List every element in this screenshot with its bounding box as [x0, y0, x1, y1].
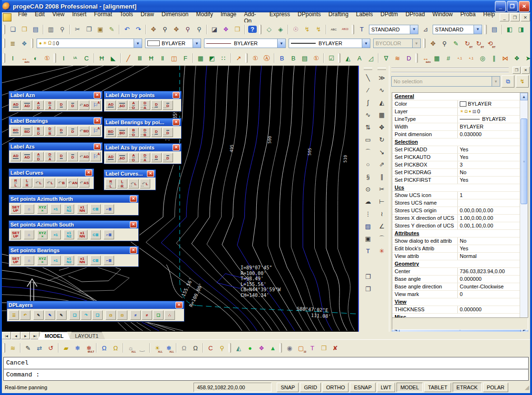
floating-toolbar-set-points-bearings[interactable]: Set points Bearings✕SETUP⌂XYZ××1x1N2x1NN…	[9, 246, 139, 267]
set-points-bearings-spb-number-button[interactable]: ×1	[50, 256, 61, 265]
beam-text-icon[interactable]: IA	[69, 52, 81, 64]
toolbar-grip[interactable]	[3, 343, 5, 353]
dplayers-dplayers-freeze1-button[interactable]: ❏	[69, 310, 80, 320]
toolbar-grip[interactable]	[229, 343, 231, 353]
set-points-azimuth-north-spn-setup-button[interactable]: SETUP	[10, 204, 21, 214]
property-value[interactable]: 1	[458, 192, 528, 199]
label-curves-crv-lr-button[interactable]: LR	[22, 178, 32, 188]
label-azs-azs-above-button[interactable]: AD	[10, 152, 21, 161]
dplayers-close-icon[interactable]: ✕	[175, 302, 183, 308]
label-bearings-by-points-brgp-below-button[interactable]: BDˣ ˣ	[117, 128, 127, 137]
toggle-lwt[interactable]: LWT	[377, 383, 395, 392]
block-b-page-icon[interactable]: B	[288, 52, 299, 64]
set-points-azimuth-north-spn-list-c-button[interactable]: C≣	[90, 204, 101, 214]
set-points-azimuth-south-titlebar[interactable]: Set points Azimuth South✕	[9, 221, 138, 228]
property-row-set-pickauto[interactable]: Set PICKAUTOYes	[392, 154, 528, 161]
floating-toolbar-label-azs-by-points[interactable]: Label Azs by points✕ADˣ ˣADˣ ˣADˣ ˣDAˣ ˣ…	[104, 143, 182, 164]
zoom-rt-icon[interactable]: ⚲	[439, 38, 450, 49]
label-azn-by-points-aznp-below-button[interactable]: ADˣ ˣ	[117, 100, 127, 110]
mdi-minimize-button[interactable]: _	[500, 13, 509, 21]
property-row-linetype[interactable]: LineTypeBYLAYER	[392, 116, 528, 123]
label-azn-azn-frac-rev-button[interactable]: DA	[45, 100, 55, 110]
tab-last-icon[interactable]: ▶|	[30, 332, 39, 339]
auto-dim-icon[interactable]: ↔auto	[420, 52, 431, 64]
text-icon[interactable]: T	[362, 245, 374, 257]
dplayers-dplayers-stack-button[interactable]: ☰	[9, 310, 19, 320]
help-icon[interactable]: ?	[247, 24, 258, 35]
section-hi-icon[interactable]: Ⅱ	[157, 52, 168, 64]
label-bearings-by-points-titlebar[interactable]: Label Bearings by poi...✕	[104, 118, 181, 126]
property-row-show-ucs-icon[interactable]: Show UCS icon1	[392, 192, 528, 199]
label-curves-short-crvp-l2-button[interactable]: ↶Lˣ ˣ	[140, 179, 150, 188]
property-value[interactable]: BYLAYER	[458, 123, 528, 130]
toolbar-grip[interactable]	[423, 39, 426, 48]
slope-line-icon[interactable]: ╱	[123, 52, 134, 64]
floating-toolbar-label-curves-short[interactable]: Label Curves...✕RLˣ ˣLRˣ ˣ↶Lˣ ˣ↶Lˣ ˣ	[104, 169, 156, 190]
label-azn-by-points-aznp-dist-below-button[interactable]: Dˣ ˣ	[163, 100, 173, 110]
floating-toolbar-label-curves[interactable]: Label Curves✕RLLR↶L↶L↶B↶AN↶AS	[9, 168, 94, 189]
label-azn-titlebar[interactable]: Label Azn✕	[9, 91, 102, 99]
command-input[interactable]: Command :	[4, 369, 528, 381]
grid-icon[interactable]: #	[443, 52, 454, 64]
chamfer-icon[interactable]: ∠	[376, 220, 388, 232]
label-azs-by-points-azsp-below-button[interactable]: ADˣ ˣ	[117, 153, 127, 162]
set-points-azimuth-south-sps-list-p-button[interactable]: ⌐≣	[104, 230, 114, 239]
rectangle-icon[interactable]: ▭	[362, 133, 374, 146]
floating-toolbar-label-bearings-by-points[interactable]: Label Bearings by poi...✕BDˣ ˣBDˣ ˣBDˣ ˣ…	[104, 118, 182, 139]
set-points-azimuth-south-sps-number-button[interactable]: ×1	[50, 230, 61, 239]
unlock-all-icon[interactable]: Ω	[178, 342, 190, 354]
tab-model[interactable]: MODEL	[38, 332, 70, 339]
dash-box-icon[interactable]: ◫	[168, 52, 180, 64]
zigzag-icon[interactable]: ≋	[392, 52, 403, 64]
set-points-azimuth-north-spn-xyz-button[interactable]: XYZ×	[37, 204, 48, 214]
dplayers-dplayers-unlock-button[interactable]: Ω	[117, 310, 127, 320]
layer-freeze-mult-icon[interactable]: ❄MULT	[83, 342, 95, 354]
explode-icon[interactable]: ✳	[376, 245, 388, 257]
label-azn-azn-dist-above-button[interactable]: D	[56, 100, 67, 110]
draw-order-icon[interactable]: ◪	[209, 24, 220, 35]
label-azs-close-icon[interactable]: ✕	[94, 143, 101, 150]
set-points-azimuth-north-spn-pts-elev-button[interactable]: x1N2	[64, 204, 74, 214]
table-icon[interactable]: ▦	[431, 52, 443, 64]
ellipse-icon[interactable]: ⊙	[362, 183, 374, 195]
zoom-previous-icon[interactable]: ⚲	[193, 24, 205, 35]
lineweight-combo[interactable]: BYLAYER ▼	[289, 39, 370, 48]
layer-restore-icon[interactable]: ↺	[45, 342, 57, 354]
section-hh-icon[interactable]: Ħ	[145, 52, 157, 64]
zoom-window-icon[interactable]: ⚲	[182, 24, 193, 35]
erase-icon[interactable]: ≫	[376, 71, 388, 84]
property-value[interactable]: Yes	[458, 154, 528, 161]
label-bearings-by-points-brgp-dist-above-button[interactable]: Dˣ ˣ	[151, 128, 162, 137]
set-points-bearings-spb-pts-elev-button[interactable]: x1N2	[64, 256, 74, 265]
set-points-azimuth-south-sps-setup-button[interactable]: SETUP	[10, 230, 21, 239]
set-points-bearings-spb-setup-button[interactable]: SETUP	[10, 256, 21, 265]
label-azs-by-points-titlebar[interactable]: Label Azs by points✕	[104, 144, 181, 151]
lock-all-icon[interactable]: Ω	[190, 342, 201, 354]
toggle-etrack[interactable]: ETRACK	[453, 383, 482, 392]
save-settings-icon[interactable]: ▤	[489, 24, 500, 35]
set-points-azimuth-north-spn-number-button[interactable]: ×1	[50, 204, 61, 214]
property-row-point-dimension[interactable]: Point dimension0.030000	[392, 131, 528, 138]
layer-combo[interactable]: ● ☀ Ω ▯ 0 ▼	[37, 39, 142, 48]
property-category-attributes[interactable]: Attributes	[392, 230, 528, 237]
label-curves-short-crvp-rl-button[interactable]: RLˣ ˣ	[106, 179, 116, 188]
set-points-bearings-spb-list-c-button[interactable]: C≣	[90, 256, 101, 265]
toolbar-grip[interactable]	[484, 25, 487, 34]
floating-toolbar-label-azn-by-points[interactable]: Label Azn by points✕ADˣ ˣADˣ ˣADˣ ˣDAˣ ˣ…	[104, 91, 182, 112]
label-curves-crv-b-button[interactable]: ↶B	[56, 178, 67, 188]
cut-icon[interactable]: ✂	[72, 24, 83, 35]
text-style-combo[interactable]: STANDARD ▼	[369, 25, 418, 34]
set-points-azimuth-north-spn-list-p-button[interactable]: ⌐≣	[104, 204, 114, 214]
toolbar-grip[interactable]	[3, 39, 5, 48]
label-azn-by-points-close-icon[interactable]: ✕	[173, 92, 180, 99]
point-a-icon[interactable]: Ⓐ	[261, 52, 272, 64]
label-bearings-by-points-brgp-frac-button[interactable]: BDˣ ˣ	[128, 128, 139, 137]
point-1-icon[interactable]: ①	[250, 52, 261, 64]
scale-icon[interactable]: ↘	[376, 146, 388, 158]
label-curves-short-close-icon[interactable]: ✕	[147, 170, 154, 177]
vertical-scrollbar[interactable]: ▲ ≡ ▼	[520, 93, 528, 325]
linetype-combo[interactable]: BYLAYER ▼	[204, 39, 286, 48]
set-points-azimuth-north-close-icon[interactable]: ✕	[130, 196, 137, 202]
print-preview-icon[interactable]: ⚲	[57, 24, 68, 35]
toolbar-grip[interactable]	[3, 53, 5, 63]
